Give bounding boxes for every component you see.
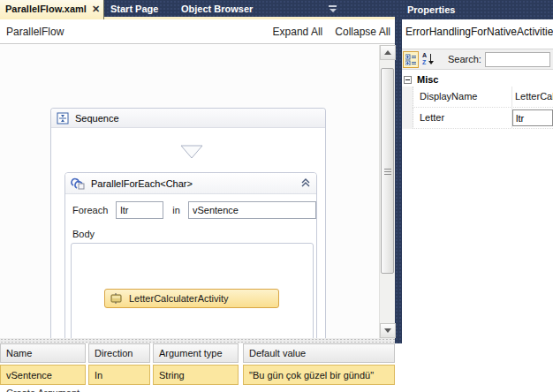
tab-parallelflow-xaml[interactable]: ParallelFlow.xaml ✕	[0, 0, 104, 19]
in-label: in	[172, 205, 180, 215]
properties-title: Properties	[407, 4, 455, 15]
properties-panel: Properties ErrorHandlingForNativeActivit…	[402, 0, 553, 392]
designer-canvas[interactable]: Sequence ParallelForEach<	[0, 45, 379, 338]
collapse-chevron-icon[interactable]	[300, 177, 311, 190]
property-row-margin	[402, 108, 413, 129]
body-label: Body	[72, 229, 95, 239]
parallel-foreach-header[interactable]: ParallelForEach<Char>	[65, 173, 316, 194]
create-argument-hint[interactable]: Create Argument	[6, 388, 183, 392]
tab-label: Start Page	[110, 4, 158, 14]
expand-all-link[interactable]: Expand All	[273, 26, 323, 38]
arguments-panel: Name Direction Argument type Default val…	[0, 343, 402, 392]
sequence-icon	[57, 112, 69, 124]
collapse-all-link[interactable]: Collapse All	[335, 26, 390, 38]
designer-scrollbar[interactable]	[379, 45, 395, 338]
foreach-expression-row: Foreach in	[65, 200, 316, 220]
tab-object-browser[interactable]: Object Browser	[174, 0, 260, 17]
activity-icon	[110, 292, 123, 305]
tab-label: Object Browser	[181, 4, 253, 14]
search-input[interactable]	[485, 52, 550, 67]
category-label: Misc	[417, 74, 438, 85]
sequence-header[interactable]: Sequence	[51, 109, 325, 128]
letter-calculater-activity[interactable]: LetterCalculaterActivity	[104, 289, 279, 308]
column-header-direction[interactable]: Direction	[88, 343, 150, 363]
scrollbar-down-icon[interactable]	[380, 323, 396, 338]
property-value-displayname[interactable]: LetterCalculaterActivity	[515, 91, 553, 102]
parallel-foreach-title: ParallelForEach<Char>	[91, 178, 193, 189]
activity-label: LetterCalculaterActivity	[129, 293, 229, 304]
property-row-displayname[interactable]: DisplayName LetterCalculaterActivity	[402, 87, 553, 108]
property-name: Letter	[420, 112, 444, 123]
workflow-designer-window: ParallelFlow.xaml ✕ Start Page Object Br…	[0, 0, 553, 392]
sequence-activity[interactable]: Sequence ParallelForEach<	[50, 108, 326, 339]
category-misc[interactable]: Misc	[402, 72, 553, 87]
search-label: Search:	[448, 54, 481, 64]
property-row-margin	[402, 87, 413, 108]
grid-divider[interactable]	[511, 87, 512, 108]
categorized-view-icon[interactable]	[403, 51, 419, 68]
tab-start-page[interactable]: Start Page	[103, 0, 165, 17]
column-header-name[interactable]: Name	[0, 343, 86, 363]
iterator-input[interactable]	[116, 201, 163, 219]
argument-cell-name[interactable]: vSentence	[0, 365, 86, 385]
column-header-default-value[interactable]: Default value	[243, 343, 395, 363]
argument-cell-default[interactable]: "Bu gün çok güzel bir gündü"	[243, 365, 395, 385]
argument-cell-type[interactable]: String	[153, 365, 239, 385]
breadcrumb: ParallelFlow Expand All Collapse All	[0, 19, 395, 44]
properties-title-bar[interactable]: Properties	[402, 0, 553, 19]
tab-label: ParallelFlow.xaml	[5, 4, 87, 14]
column-header-argument-type[interactable]: Argument type	[153, 343, 239, 363]
parallel-foreach-activity[interactable]: ParallelForEach<Char> Foreach in	[64, 172, 317, 355]
collapse-minus-icon[interactable]	[404, 76, 412, 84]
close-icon[interactable]: ✕	[92, 4, 100, 15]
alphabetical-sort-icon[interactable]: AZ	[421, 51, 436, 67]
drop-target-triangle-icon	[180, 145, 203, 161]
argument-cell-direction[interactable]: In	[88, 365, 150, 385]
property-name: DisplayName	[420, 91, 477, 102]
foreach-label: Foreach	[72, 205, 108, 215]
parallel-foreach-icon	[71, 177, 85, 190]
property-row-letter[interactable]: Letter	[402, 108, 553, 129]
scrollbar-thumb[interactable]	[381, 68, 394, 274]
collection-input[interactable]	[188, 201, 316, 219]
panel-splitter[interactable]	[395, 19, 402, 386]
properties-toolbar: AZ Search:	[402, 49, 553, 70]
property-value-letter-input[interactable]	[512, 109, 553, 126]
breadcrumb-root[interactable]: ParallelFlow	[6, 26, 64, 38]
tab-overflow-chevron-down-icon[interactable]	[327, 5, 338, 14]
designer-document: ParallelFlow Expand All Collapse All Seq…	[0, 19, 395, 338]
scrollbar-up-icon[interactable]	[380, 45, 396, 60]
sequence-title: Sequence	[75, 113, 119, 124]
selected-object-name: ErrorHandlingForNativeActivitie	[405, 26, 553, 41]
body-drop-zone[interactable]: LetterCalculaterActivity	[71, 243, 314, 347]
